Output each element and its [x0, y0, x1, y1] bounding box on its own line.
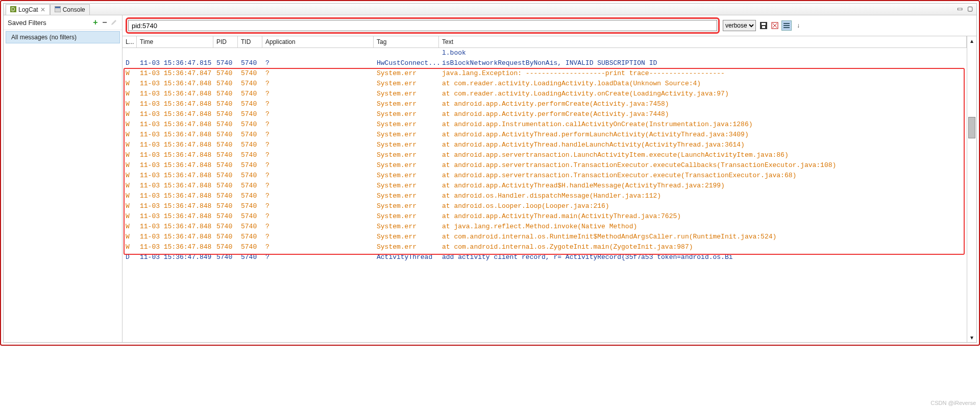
log-row[interactable]: W11-03 15:36:47.84857405740?System.errat… — [122, 119, 967, 130]
col-time[interactable]: Time — [137, 36, 213, 47]
display-view-button[interactable] — [781, 20, 792, 31]
vertical-scrollbar[interactable]: ▴ ▾ — [967, 36, 976, 342]
log-row[interactable]: W11-03 15:36:47.84857405740?System.errat… — [122, 201, 967, 211]
search-highlight — [126, 17, 720, 34]
maximize-view-button[interactable]: ▢ — [967, 5, 974, 12]
col-tag[interactable]: Tag — [374, 36, 439, 47]
console-tab-icon — [55, 6, 61, 14]
close-icon[interactable]: ✕ — [40, 6, 45, 13]
scroll-up-icon[interactable]: ▴ — [967, 36, 976, 45]
log-row[interactable]: W11-03 15:36:47.84857405740?System.errat… — [122, 130, 967, 140]
svg-rect-3 — [55, 7, 60, 8]
svg-rect-12 — [783, 27, 790, 28]
log-table: L... Time PID TID Application Tag Text l… — [122, 36, 967, 342]
log-row[interactable]: D11-03 15:36:47.84957405740?ActivityThre… — [122, 252, 967, 262]
log-row[interactable]: W11-03 15:36:47.84857405740?System.errat… — [122, 89, 967, 99]
log-row[interactable]: W11-03 15:36:47.84857405740?System.errat… — [122, 140, 967, 150]
scroll-down-icon[interactable]: ▾ — [967, 333, 976, 342]
log-row[interactable]: W11-03 15:36:47.84857405740?System.errat… — [122, 150, 967, 160]
remove-filter-button[interactable]: − — [101, 18, 109, 27]
log-row[interactable]: W11-03 15:36:47.84857405740?System.errat… — [122, 181, 967, 191]
minimize-view-button[interactable]: ▭ — [957, 5, 964, 12]
svg-text:D: D — [11, 7, 15, 12]
logcat-window: D LogCat ✕ Console ▭ ▢ Saved Filters + −… — [3, 3, 977, 343]
log-row[interactable]: l.book — [122, 48, 967, 58]
save-log-button[interactable] — [759, 21, 768, 30]
saved-filters-panel: Saved Filters + − All messages (no filte… — [4, 15, 122, 342]
log-row[interactable]: W11-03 15:36:47.84857405740?System.errat… — [122, 160, 967, 171]
scroll-thumb[interactable] — [968, 117, 975, 138]
svg-rect-11 — [783, 25, 790, 26]
log-row[interactable]: W11-03 15:36:47.84857405740?System.errat… — [122, 99, 967, 109]
tab-console[interactable]: Console — [50, 4, 90, 15]
logcat-tab-icon: D — [10, 6, 16, 14]
edit-filter-button[interactable] — [110, 18, 118, 27]
log-row[interactable]: W11-03 15:36:47.84857405740?System.errat… — [122, 222, 967, 232]
log-row[interactable]: W11-03 15:36:47.84857405740?System.errat… — [122, 109, 967, 119]
tab-logcat-label: LogCat — [18, 6, 38, 13]
log-row[interactable]: W11-03 15:36:47.84857405740?System.errat… — [122, 79, 967, 89]
log-table-header: L... Time PID TID Application Tag Text — [122, 36, 967, 48]
col-text[interactable]: Text — [439, 36, 967, 47]
svg-rect-10 — [783, 23, 790, 24]
col-tid[interactable]: TID — [238, 36, 262, 47]
log-row[interactable]: W11-03 15:36:47.84857405740?System.errat… — [122, 232, 967, 242]
log-row[interactable]: W11-03 15:36:47.84857405740?System.errat… — [122, 242, 967, 252]
add-filter-button[interactable]: + — [91, 18, 100, 27]
filter-search-input[interactable] — [128, 20, 717, 31]
scroll-track[interactable] — [967, 45, 976, 333]
log-row[interactable]: W11-03 15:36:47.84857405740?System.errat… — [122, 211, 967, 222]
log-row[interactable]: W11-03 15:36:47.84857405740?System.errat… — [122, 171, 967, 181]
scroll-lock-button[interactable]: ↓ — [794, 21, 803, 30]
col-application[interactable]: Application — [262, 36, 374, 47]
log-row[interactable]: W11-03 15:36:47.84757405740?System.errja… — [122, 68, 967, 79]
tab-console-label: Console — [63, 6, 85, 13]
filter-item-all-messages[interactable]: All messages (no filters) — [6, 31, 120, 43]
log-row[interactable]: D11-03 15:36:47.81557405740?HwCustConnec… — [122, 58, 967, 68]
log-level-select[interactable]: verbose — [723, 20, 756, 31]
tab-logcat[interactable]: D LogCat ✕ — [6, 4, 50, 15]
saved-filters-title: Saved Filters — [8, 19, 90, 27]
col-pid[interactable]: PID — [213, 36, 238, 47]
log-row[interactable]: W11-03 15:36:47.84857405740?System.errat… — [122, 191, 967, 201]
col-level[interactable]: L... — [122, 36, 137, 47]
clear-log-button[interactable] — [770, 21, 779, 30]
view-tab-bar: D LogCat ✕ Console ▭ ▢ — [4, 4, 976, 15]
log-toolbar: verbose ↓ — [122, 15, 976, 36]
svg-rect-5 — [762, 23, 766, 25]
svg-rect-6 — [762, 26, 765, 28]
